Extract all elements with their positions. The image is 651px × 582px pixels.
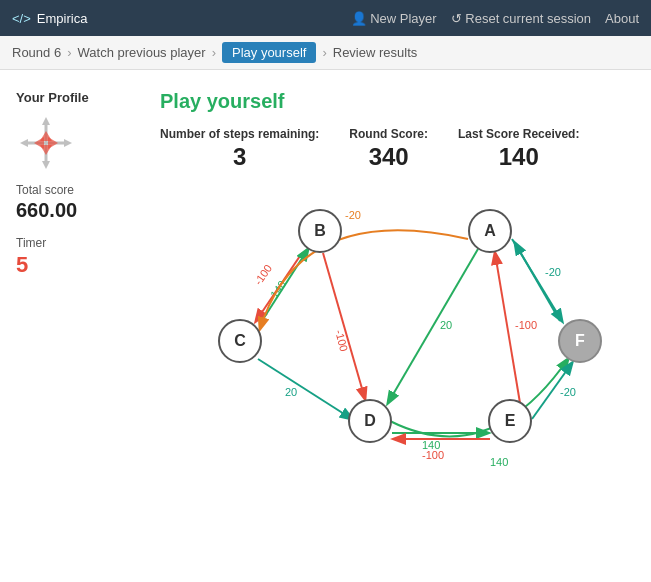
left-panel: Your Profile Total score 660.00 Timer <box>0 80 160 491</box>
svg-marker-5 <box>64 139 72 147</box>
steps-label: Number of steps remaining: <box>160 127 319 141</box>
breadcrumb-round: Round 6 <box>12 45 61 60</box>
app-title: Empirica <box>37 11 88 26</box>
svg-text:-20: -20 <box>345 209 361 221</box>
svg-text:-100: -100 <box>515 319 537 331</box>
svg-text:-20: -20 <box>545 266 561 278</box>
svg-text:-20: -20 <box>560 386 576 398</box>
svg-marker-9 <box>48 137 58 149</box>
app-brand: </> Empirica <box>12 11 87 26</box>
play-title: Play yourself <box>160 90 641 113</box>
total-score-label: Total score <box>16 183 144 197</box>
logo-icon: </> <box>12 11 31 26</box>
top-nav: </> Empirica 👤 New Player ↺ Reset curren… <box>0 0 651 36</box>
svg-text:140: 140 <box>490 456 508 468</box>
main-content: Your Profile Total score 660.00 Timer <box>0 70 651 501</box>
svg-marker-4 <box>20 139 28 147</box>
svg-marker-8 <box>34 137 44 149</box>
svg-line-17 <box>388 249 478 403</box>
top-nav-actions: 👤 New Player ↺ Reset current session Abo… <box>351 11 639 26</box>
svg-text:20: 20 <box>440 319 452 331</box>
timer-value: 5 <box>16 252 144 278</box>
profile-avatar <box>16 113 76 173</box>
refresh-icon: ↺ <box>451 11 466 26</box>
node-F[interactable]: F <box>558 319 602 363</box>
node-B[interactable]: B <box>298 209 342 253</box>
svg-text:-100: -100 <box>422 449 444 461</box>
node-C[interactable]: C <box>218 319 262 363</box>
stats-row: Number of steps remaining: 3 Round Score… <box>160 127 641 171</box>
node-E[interactable]: E <box>488 399 532 443</box>
steps-stat: Number of steps remaining: 3 <box>160 127 319 171</box>
svg-marker-2 <box>42 117 50 125</box>
svg-line-21 <box>515 243 560 321</box>
round-score-stat: Round Score: 340 <box>349 127 428 171</box>
svg-text:20: 20 <box>285 386 297 398</box>
svg-marker-3 <box>42 161 50 169</box>
node-D[interactable]: D <box>348 399 392 443</box>
breadcrumb-review[interactable]: Review results <box>333 45 418 60</box>
breadcrumb-watch[interactable]: Watch previous player <box>78 45 206 60</box>
right-panel: Play yourself Number of steps remaining:… <box>160 80 651 491</box>
new-player-link[interactable]: 👤 New Player <box>351 11 437 26</box>
total-score-value: 660.00 <box>16 199 144 222</box>
last-score-value: 140 <box>458 143 579 171</box>
about-link[interactable]: About <box>605 11 639 26</box>
last-score-label: Last Score Received: <box>458 127 579 141</box>
round-score-value: 340 <box>349 143 428 171</box>
user-icon: 👤 <box>351 11 371 26</box>
breadcrumb: Round 6 › Watch previous player › Play y… <box>0 36 651 70</box>
svg-line-22 <box>258 359 352 419</box>
round-score-label: Round Score: <box>349 127 428 141</box>
reset-session-link[interactable]: ↺ Reset current session <box>451 11 591 26</box>
avatar-svg <box>16 113 76 173</box>
timer-label: Timer <box>16 236 144 250</box>
graph-container: -100 140 -100 -20 20 -20 <box>160 181 620 481</box>
breadcrumb-sep-3: › <box>322 45 326 60</box>
last-score-stat: Last Score Received: 140 <box>458 127 579 171</box>
breadcrumb-sep-1: › <box>67 45 71 60</box>
node-A[interactable]: A <box>468 209 512 253</box>
profile-label: Your Profile <box>16 90 144 105</box>
breadcrumb-play: Play yourself <box>222 42 316 63</box>
svg-line-14 <box>323 253 365 399</box>
breadcrumb-sep-2: › <box>212 45 216 60</box>
steps-value: 3 <box>160 143 319 171</box>
svg-text:-100: -100 <box>333 328 350 352</box>
svg-text:-100: -100 <box>252 262 274 287</box>
